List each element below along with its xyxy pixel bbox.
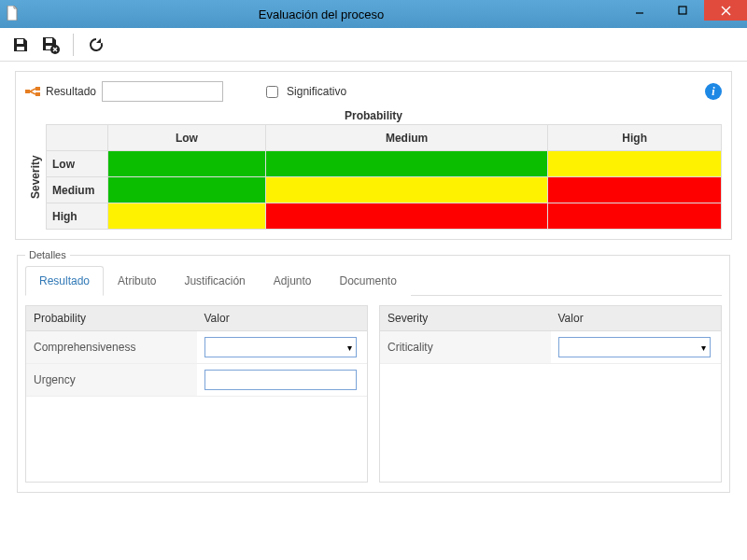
tabpane-resultado: Probability Valor ComprehensivenessUrgen… bbox=[25, 305, 722, 483]
svg-rect-12 bbox=[35, 87, 40, 91]
severity-grid: Severity Valor Criticality bbox=[379, 305, 722, 483]
prob-col2: Valor bbox=[197, 306, 368, 331]
tab-documento[interactable]: Documento bbox=[325, 266, 410, 296]
details-legend: Detalles bbox=[25, 249, 70, 260]
save-button[interactable] bbox=[7, 32, 34, 58]
matrix-cell[interactable] bbox=[265, 203, 547, 230]
toolbar bbox=[0, 28, 747, 62]
matrix-cell[interactable] bbox=[548, 151, 722, 177]
tab-justificacion[interactable]: Justificación bbox=[170, 266, 259, 296]
toolbar-separator bbox=[73, 34, 74, 56]
matrix-cell[interactable] bbox=[265, 151, 547, 177]
window-controls bbox=[618, 0, 747, 28]
risk-matrix: Low Medium High LowMediumHigh bbox=[46, 124, 722, 230]
tab-adjunto[interactable]: Adjunto bbox=[260, 266, 326, 296]
significant-group: Significativo bbox=[262, 83, 346, 101]
matrix-corner bbox=[47, 125, 108, 151]
tab-resultado[interactable]: Resultado bbox=[25, 266, 104, 296]
matrix-cell[interactable] bbox=[548, 177, 722, 203]
svg-rect-11 bbox=[25, 90, 30, 93]
prob-row-label: Urgency bbox=[26, 364, 197, 397]
significant-checkbox[interactable] bbox=[266, 86, 278, 98]
svg-rect-1 bbox=[679, 7, 686, 14]
significant-label: Significativo bbox=[287, 85, 346, 98]
prob-row-label: Comprehensiveness bbox=[26, 331, 197, 364]
document-icon bbox=[6, 6, 24, 23]
sev-col2: Valor bbox=[551, 306, 722, 331]
save-clear-button[interactable] bbox=[37, 32, 63, 58]
sev-combo[interactable] bbox=[558, 337, 711, 357]
svg-line-15 bbox=[30, 91, 35, 94]
sev-row-label: Criticality bbox=[380, 331, 551, 364]
matrix-col-high: High bbox=[548, 125, 722, 151]
details-fieldset: Detalles Resultado Atributo Justificació… bbox=[17, 249, 730, 493]
matrix-cell[interactable] bbox=[265, 177, 547, 203]
header-row: Resultado Significativo i bbox=[25, 81, 722, 102]
matrix-row-low: Low bbox=[47, 151, 108, 177]
prob-col1: Probability bbox=[26, 306, 197, 331]
matrix-row-high: High bbox=[47, 203, 108, 230]
result-input[interactable] bbox=[102, 81, 223, 102]
matrix-panel: Resultado Significativo i Probability Se… bbox=[15, 71, 732, 240]
matrix-cell[interactable] bbox=[548, 203, 722, 230]
minimize-button[interactable] bbox=[618, 0, 661, 21]
tabs: Resultado Atributo Justificación Adjunto… bbox=[25, 266, 722, 296]
prob-combo[interactable] bbox=[204, 337, 357, 357]
sev-col1: Severity bbox=[380, 306, 551, 331]
prob-text-input[interactable] bbox=[204, 370, 357, 390]
svg-rect-6 bbox=[46, 38, 52, 43]
svg-rect-5 bbox=[17, 47, 24, 50]
matrix-cell[interactable] bbox=[108, 151, 266, 177]
matrix-cell[interactable] bbox=[108, 203, 266, 230]
svg-line-14 bbox=[30, 89, 35, 91]
result-label: Resultado bbox=[46, 85, 96, 98]
matrix-wrap: Severity Low Medium High LowMediumHigh bbox=[25, 124, 722, 230]
matrix-cell[interactable] bbox=[108, 177, 266, 203]
content-area: Resultado Significativo i Probability Se… bbox=[0, 62, 747, 502]
svg-rect-4 bbox=[17, 39, 23, 44]
result-icon bbox=[25, 85, 40, 98]
matrix-col-low: Low bbox=[108, 125, 266, 151]
matrix-row-medium: Medium bbox=[47, 177, 108, 203]
maximize-button[interactable] bbox=[661, 0, 704, 21]
matrix-y-title: Severity bbox=[25, 124, 46, 230]
svg-rect-13 bbox=[35, 92, 40, 96]
window-title: Evaluación del proceso bbox=[24, 7, 618, 21]
window-titlebar: Evaluación del proceso bbox=[0, 0, 747, 28]
matrix-x-title: Probability bbox=[25, 109, 722, 122]
close-button[interactable] bbox=[704, 0, 747, 21]
info-icon[interactable]: i bbox=[705, 83, 722, 100]
tab-atributo[interactable]: Atributo bbox=[104, 266, 170, 296]
matrix-col-medium: Medium bbox=[265, 125, 547, 151]
probability-grid: Probability Valor ComprehensivenessUrgen… bbox=[25, 305, 368, 483]
refresh-button[interactable] bbox=[83, 32, 109, 58]
